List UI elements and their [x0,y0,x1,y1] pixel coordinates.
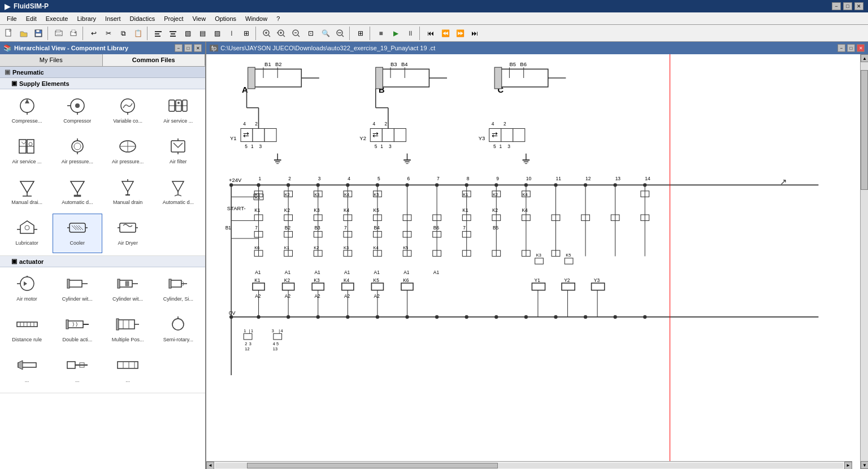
menu-help[interactable]: ? [272,14,284,23]
canvas-scroll-left[interactable]: ◄ [206,462,214,470]
component-air-motor[interactable]: Air motor [2,270,51,309]
play-button[interactable]: ▶ [389,27,402,40]
print-button[interactable] [67,27,80,40]
close-button[interactable]: ✕ [854,2,863,10]
canvas-scroll-up[interactable]: ▲ [861,54,868,62]
fast-forward-button[interactable]: ⏭ [468,27,481,40]
library-close-button[interactable]: ✕ [194,44,202,52]
open-button[interactable] [17,27,31,40]
component-actuator-extra-1[interactable]: ... [2,351,51,390]
new-button[interactable] [2,27,16,40]
pause-button[interactable]: ⏸ [403,27,417,40]
align-bottom-button[interactable]: ▨ [210,27,224,40]
menu-window[interactable]: Window [241,14,272,23]
menu-view[interactable]: View [188,14,210,23]
library-minimize-button[interactable]: − [175,44,183,52]
component-double-acting[interactable]: Double acti... [53,310,102,350]
svg-point-372 [494,315,498,319]
distribute-button[interactable]: ⁞ [225,27,238,40]
menu-didactics[interactable]: Didactics [125,14,160,23]
category-pneumatic[interactable]: ▣ Pneumatic [0,67,205,78]
zoom-out-button[interactable] [289,27,303,40]
canvas-vscroll-track[interactable] [861,62,868,461]
canvas-hscroll-track[interactable] [215,463,843,468]
tab-my-files[interactable]: My Files [0,54,103,66]
component-cylinder-1[interactable]: Cylinder wit... [53,270,102,309]
component-semi-rotary[interactable]: Semi-rotary... [154,310,203,350]
menu-project[interactable]: Project [159,14,188,23]
component-air-service[interactable]: Air service ... [154,92,203,131]
canvas-content[interactable]: A B1 B2 Y1 [206,54,860,469]
save-button[interactable] [32,27,45,40]
component-compressor-fixed[interactable]: Compresse... [2,92,51,131]
zoom-select-button[interactable]: 🔍 [319,27,332,40]
component-air-filter[interactable]: Air filter [154,132,203,172]
subcategory-actuator[interactable]: ▣ actuator [0,256,205,267]
menu-options[interactable]: Options [210,14,241,23]
maximize-button[interactable]: □ [843,2,852,10]
paste-button[interactable]: 📋 [131,27,145,40]
rewind-button[interactable]: ⏮ [424,27,437,40]
step-back-button[interactable]: ⏪ [439,27,452,40]
align-center-button[interactable] [166,27,180,40]
canvas-minimize-button[interactable]: − [837,44,845,52]
subcategory-supply-elements[interactable]: ▣ Supply Elements [0,78,205,89]
library-scroll[interactable]: ▣ Pneumatic ▣ Supply Elements Compresse [0,67,205,469]
undo-button[interactable]: ↩ [87,27,101,40]
air-dryer-icon [114,216,142,239]
table-button[interactable]: ⊞ [354,27,367,40]
component-cylinder-2[interactable]: Cylinder wit... [103,270,153,309]
component-actuator-extra-3[interactable]: ... [103,351,153,390]
canvas-hscroll[interactable]: ◄ ► [206,461,852,469]
zoom-100-button[interactable] [333,27,347,40]
zoom-fit-button[interactable]: ⊡ [304,27,318,40]
canvas-hscroll-thumb[interactable] [247,463,498,468]
component-air-service-2[interactable]: Air service ... [2,132,51,172]
supply-elements-grid: Compresse... Compressor Vari [0,89,205,256]
component-cylinder-single[interactable]: Cylinder, Si... [154,270,203,309]
menu-insert[interactable]: Insert [101,14,125,23]
menu-library[interactable]: Library [72,14,101,23]
component-cooler[interactable]: Cooler [53,214,102,253]
component-lubricator[interactable]: Lubricator [2,214,51,253]
minimize-button[interactable]: − [832,2,841,10]
step-forward-button[interactable]: ⏩ [453,27,467,40]
canvas-scroll-down[interactable]: ▼ [861,461,868,469]
svg-rect-2 [36,30,40,32]
component-air-pressure-1[interactable]: Air pressure... [53,132,102,172]
menu-edit[interactable]: Edit [21,14,41,23]
tab-common-files[interactable]: Common Files [103,54,206,66]
canvas-maximize-button[interactable]: □ [847,44,855,52]
component-air-pressure-2[interactable]: Air pressure... [103,132,153,172]
canvas-vscroll-thumb[interactable] [861,70,868,190]
align-top-button[interactable]: ▤ [196,27,209,40]
component-manual-drain-2[interactable]: Manual drain [103,173,153,212]
menu-file[interactable]: File [2,14,21,23]
component-manual-drain[interactable]: Manual drai... [2,173,51,212]
zoom-in-2-button[interactable] [275,27,288,40]
svg-text:6: 6 [407,176,410,181]
print-preview-button[interactable] [52,27,66,40]
canvas-scroll-right[interactable]: ► [844,462,852,470]
library-maximize-button[interactable]: □ [184,44,192,52]
copy-button[interactable]: ⧉ [116,27,130,40]
svg-point-360 [554,183,557,186]
canvas-close-button[interactable]: ✕ [857,44,865,52]
component-automatic-drain-2[interactable]: Automatic d... [154,173,203,212]
automatic-drain-label: Automatic d... [62,199,93,206]
menu-execute[interactable]: Execute [41,14,73,23]
align-left-button[interactable] [151,27,165,40]
grid-button[interactable]: ⊞ [240,27,253,40]
align-right-button[interactable]: ▧ [181,27,194,40]
component-compressor[interactable]: Compressor [53,92,102,131]
component-actuator-extra-2[interactable]: ... [53,351,102,390]
component-distance-rule[interactable]: Distance rule [2,310,51,350]
component-air-dryer[interactable]: Air Dryer [103,214,153,253]
stop-button[interactable]: ■ [374,27,388,40]
component-variable-compressor[interactable]: Variable co... [103,92,153,131]
cut-button[interactable]: ✂ [102,27,115,40]
component-automatic-drain[interactable]: Automatic d... [53,173,102,212]
zoom-in-button[interactable] [260,27,274,40]
canvas-vscroll[interactable]: ▲ ▼ [860,54,868,469]
component-multiple-pos[interactable]: Multiple Pos... [103,310,153,350]
